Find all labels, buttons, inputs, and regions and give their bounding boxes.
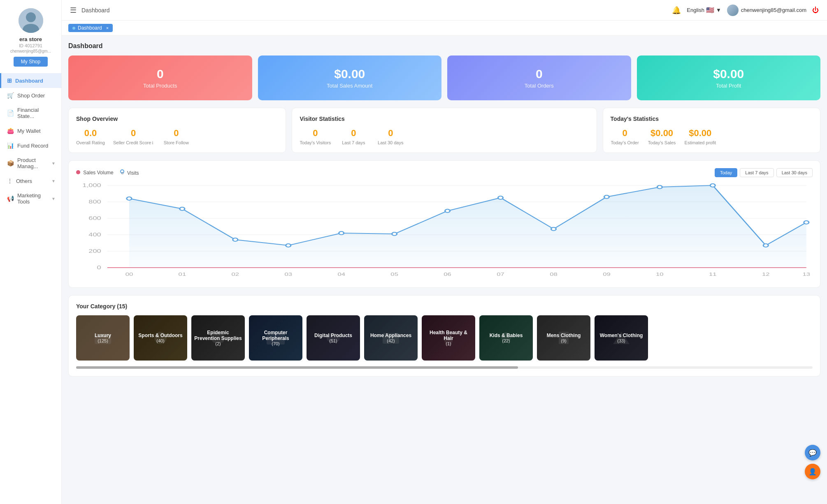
total-profit-label: Total Profit bbox=[716, 83, 741, 89]
overall-rating-metric: 0.0 Overall Rating bbox=[76, 128, 105, 145]
svg-point-43 bbox=[763, 244, 768, 247]
cat-count: (125) bbox=[98, 338, 108, 343]
category-luxury[interactable]: Luxury (125) bbox=[76, 315, 130, 361]
category-overlay: Women's Clothing (33) bbox=[595, 315, 648, 361]
last-7-days-button[interactable]: Last 7 days bbox=[740, 168, 774, 177]
last-30-days-button[interactable]: Last 30 days bbox=[776, 168, 813, 177]
last-30-days-label: Last 30 days bbox=[378, 140, 403, 145]
shop-overview-panel: Shop Overview 0.0 Overall Rating 0 Selle… bbox=[68, 108, 286, 153]
sidebar-item-fund-record[interactable]: 📊 Fund Record bbox=[0, 138, 61, 153]
svg-text:07: 07 bbox=[497, 272, 504, 277]
total-sales-label: Total Sales Amount bbox=[327, 83, 372, 89]
notification-bell-icon[interactable]: 🔔 bbox=[672, 6, 681, 15]
cat-name: Mens Clothing bbox=[547, 333, 581, 338]
visitor-stats-panel: Visitor Statistics 0 Today's Visitors 0 … bbox=[292, 108, 597, 153]
shop-order-icon: 🛒 bbox=[7, 92, 14, 99]
language-selector[interactable]: English 🇺🇸 ▼ bbox=[687, 6, 721, 14]
svg-text:02: 02 bbox=[232, 272, 239, 277]
sidebar-item-dashboard[interactable]: ⊞ Dashboard bbox=[0, 73, 61, 88]
sidebar-item-shop-order[interactable]: 🛒 Shop Order bbox=[0, 88, 61, 103]
sidebar-item-label: Dashboard bbox=[15, 78, 43, 84]
logout-icon[interactable]: ⏻ bbox=[812, 7, 819, 14]
shop-overview-title: Shop Overview bbox=[76, 116, 278, 122]
cat-count: (40) bbox=[156, 338, 165, 343]
svg-point-33 bbox=[233, 238, 238, 241]
sidebar: era store ID 4012791 chenwenjing85@gm...… bbox=[0, 0, 62, 504]
support-icon[interactable]: 👤 bbox=[805, 464, 820, 479]
sidebar-item-others[interactable]: ⋮ Others ▼ bbox=[0, 173, 61, 188]
category-mens-clothing[interactable]: Mens Clothing (9) bbox=[537, 315, 590, 361]
dashboard-icon: ⊞ bbox=[7, 77, 12, 84]
chat-icon[interactable]: 💬 bbox=[805, 445, 820, 460]
last-7-days-value: 0 bbox=[351, 128, 356, 139]
cat-name: Home Appliances bbox=[370, 333, 411, 338]
chart-header: Sales Volume ○ Visits Today Last 7 days … bbox=[76, 168, 813, 177]
header-title: Dashboard bbox=[81, 7, 672, 14]
sidebar-item-financial-state[interactable]: 📄 Financial State... bbox=[0, 103, 61, 123]
svg-text:400: 400 bbox=[88, 232, 101, 237]
visits-dot: ○ bbox=[120, 169, 124, 173]
todays-order-metric: 0 Today's Order bbox=[611, 128, 639, 145]
svg-text:09: 09 bbox=[603, 272, 611, 277]
breadcrumb-close-icon[interactable]: × bbox=[106, 25, 109, 30]
category-computer[interactable]: Computer Peripherals (70) bbox=[249, 315, 302, 361]
breadcrumb-dot bbox=[72, 27, 75, 30]
todays-order-value: 0 bbox=[622, 128, 627, 139]
breadcrumb-bar: Dashboard × bbox=[62, 21, 827, 36]
my-shop-button[interactable]: My Shop bbox=[14, 57, 48, 67]
svg-point-40 bbox=[604, 195, 609, 199]
chevron-down-icon: ▼ bbox=[716, 7, 721, 13]
todays-order-label: Today's Order bbox=[611, 140, 639, 145]
avatar bbox=[19, 8, 43, 33]
category-sports[interactable]: Sports & Outdoors (40) bbox=[134, 315, 187, 361]
svg-text:04: 04 bbox=[337, 272, 345, 277]
scroll-bar-thumb[interactable] bbox=[76, 366, 518, 369]
today-button[interactable]: Today bbox=[715, 168, 737, 177]
sidebar-item-my-wallet[interactable]: 👛 My Wallet bbox=[0, 123, 61, 138]
sidebar-item-label: Fund Record bbox=[17, 143, 48, 149]
category-home-appliances[interactable]: Home Appliances (42) bbox=[364, 315, 418, 361]
sidebar-item-product-manage[interactable]: 📦 Product Manag... ▼ bbox=[0, 153, 61, 173]
category-epidemic[interactable]: Epidemic Prevention Supplies (2) bbox=[191, 315, 245, 361]
cat-name: Digital Products bbox=[314, 333, 352, 338]
todays-stats-metrics: 0 Today's Order $0.00 Today's Sales $0.0… bbox=[611, 128, 813, 145]
todays-sales-value: $0.00 bbox=[650, 128, 673, 139]
category-overlay: Luxury (125) bbox=[76, 315, 130, 361]
overall-rating-label: Overall Rating bbox=[76, 140, 105, 145]
svg-point-38 bbox=[498, 196, 503, 199]
category-overlay: Sports & Outdoors (40) bbox=[134, 315, 187, 361]
user-menu[interactable]: chenwenjing85@gmail.com bbox=[727, 5, 806, 16]
svg-text:1,000: 1,000 bbox=[82, 183, 101, 188]
category-overlay: Mens Clothing (9) bbox=[537, 315, 590, 361]
category-digital[interactable]: Digital Products (51) bbox=[307, 315, 360, 361]
total-products-label: Total Products bbox=[143, 83, 177, 89]
visitor-stats-title: Visitor Statistics bbox=[300, 116, 589, 122]
cat-name: Luxury bbox=[95, 333, 111, 338]
user-email: chenwenjing85@gmail.com bbox=[741, 7, 806, 13]
sidebar-item-marketing-tools[interactable]: 📢 Marketing Tools ▼ bbox=[0, 188, 61, 209]
store-follow-value: 0 bbox=[174, 128, 179, 139]
svg-text:0: 0 bbox=[97, 265, 101, 270]
flag-icon: 🇺🇸 bbox=[706, 6, 714, 14]
product-icon: 📦 bbox=[7, 160, 14, 166]
svg-text:06: 06 bbox=[444, 272, 451, 277]
svg-text:200: 200 bbox=[88, 248, 101, 254]
dashboard-section: Dashboard 0 Total Products $0.00 Total S… bbox=[62, 36, 827, 383]
category-womens-clothing[interactable]: Women's Clothing (33) bbox=[595, 315, 648, 361]
float-buttons: 💬 👤 bbox=[805, 445, 820, 479]
sidebar-nav: ⊞ Dashboard 🛒 Shop Order 📄 Financial Sta… bbox=[0, 73, 61, 209]
svg-text:11: 11 bbox=[709, 272, 717, 277]
cat-name: Health Beauty & Hair bbox=[424, 330, 473, 341]
category-scroll[interactable]: Luxury (125) Sports & Outdoors (40) bbox=[76, 315, 813, 365]
category-health-beauty[interactable]: Health Beauty & Hair (1) bbox=[422, 315, 475, 361]
menu-icon[interactable]: ☰ bbox=[70, 6, 77, 15]
others-icon: ⋮ bbox=[7, 178, 13, 184]
svg-text:13: 13 bbox=[803, 272, 811, 277]
todays-visitors-label: Today's Visitors bbox=[300, 140, 331, 145]
cat-count: (22) bbox=[502, 338, 510, 343]
category-kids-babies[interactable]: Kids & Babies (22) bbox=[479, 315, 533, 361]
total-orders-label: Total Orders bbox=[525, 83, 554, 89]
breadcrumb: Dashboard × bbox=[68, 24, 113, 32]
svg-point-36 bbox=[392, 232, 397, 236]
todays-visitors-metric: 0 Today's Visitors bbox=[300, 128, 331, 145]
